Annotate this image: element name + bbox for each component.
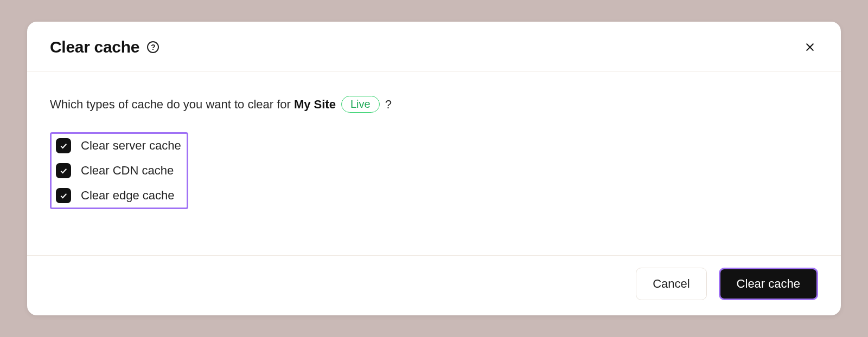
close-button[interactable] xyxy=(802,39,818,55)
close-icon xyxy=(804,41,816,53)
dialog-footer: Cancel Clear cache xyxy=(27,255,841,315)
prompt-text: Which types of cache do you want to clea… xyxy=(50,96,818,113)
environment-badge: Live xyxy=(341,96,380,113)
checkbox-icon xyxy=(56,188,71,203)
option-clear-server-cache[interactable]: Clear server cache xyxy=(56,138,181,153)
prompt-suffix: ? xyxy=(385,98,392,112)
checkbox-icon xyxy=(56,163,71,178)
option-label: Clear CDN cache xyxy=(81,164,174,178)
option-clear-edge-cache[interactable]: Clear edge cache xyxy=(56,188,181,203)
option-label: Clear server cache xyxy=(81,139,181,153)
clear-cache-dialog: Clear cache ? Which types of cache do yo… xyxy=(27,22,841,315)
cancel-button[interactable]: Cancel xyxy=(636,268,706,300)
site-name: My Site xyxy=(294,98,336,112)
title-wrap: Clear cache ? xyxy=(50,38,159,56)
option-clear-cdn-cache[interactable]: Clear CDN cache xyxy=(56,163,181,178)
check-icon xyxy=(59,141,68,150)
prompt-prefix: Which types of cache do you want to clea… xyxy=(50,98,291,112)
dialog-header: Clear cache ? xyxy=(27,22,841,72)
dialog-title: Clear cache xyxy=(50,38,139,56)
clear-cache-button[interactable]: Clear cache xyxy=(719,268,818,300)
check-icon xyxy=(59,191,68,200)
option-label: Clear edge cache xyxy=(81,189,174,203)
checkbox-icon xyxy=(56,138,71,153)
cache-options-group: Clear server cache Clear CDN cache Clear… xyxy=(50,132,188,209)
help-icon[interactable]: ? xyxy=(147,41,159,53)
dialog-body: Which types of cache do you want to clea… xyxy=(27,72,841,255)
check-icon xyxy=(59,166,68,175)
